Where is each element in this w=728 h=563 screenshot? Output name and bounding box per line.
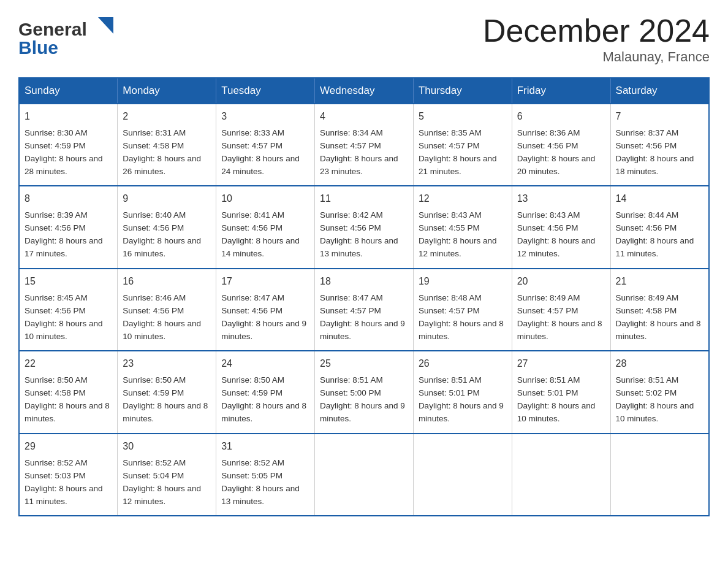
day-header-wednesday: Wednesday [315,78,414,104]
calendar-header: SundayMondayTuesdayWednesdayThursdayFrid… [19,78,709,104]
location-title: Malaunay, France [483,49,710,65]
calendar-cell: 6Sunrise: 8:36 AMSunset: 4:56 PMDaylight… [512,104,610,186]
calendar-cell: 18Sunrise: 8:47 AMSunset: 4:57 PMDayligh… [315,269,414,351]
day-info: Sunrise: 8:49 AMSunset: 4:58 PMDaylight:… [616,292,703,343]
day-info: Sunrise: 8:44 AMSunset: 4:56 PMDaylight:… [616,209,703,261]
calendar-cell: 27Sunrise: 8:51 AMSunset: 5:01 PMDayligh… [512,351,610,433]
day-number: 20 [517,274,605,289]
calendar-cell: 5Sunrise: 8:35 AMSunset: 4:57 PMDaylight… [413,104,512,186]
day-info: Sunrise: 8:37 AMSunset: 4:56 PMDaylight:… [616,127,703,178]
calendar-cell: 2Sunrise: 8:31 AMSunset: 4:58 PMDaylight… [118,104,216,186]
day-info: Sunrise: 8:51 AMSunset: 5:02 PMDaylight:… [616,374,703,426]
svg-text:General: General [18,19,87,39]
day-number: 23 [123,356,211,372]
calendar-body: 1Sunrise: 8:30 AMSunset: 4:59 PMDaylight… [19,104,709,516]
logo-svg: General Blue [18,12,113,58]
day-info: Sunrise: 8:52 AMSunset: 5:04 PMDaylight:… [123,457,211,508]
day-header-monday: Monday [118,78,216,104]
calendar-cell: 31Sunrise: 8:52 AMSunset: 5:05 PMDayligh… [216,434,315,516]
calendar-cell [315,434,414,516]
day-info: Sunrise: 8:42 AMSunset: 4:56 PMDaylight:… [320,209,408,261]
page-header: General Blue December 2024 Malaunay, Fra… [18,12,710,65]
svg-text:Blue: Blue [18,37,58,58]
calendar-cell: 22Sunrise: 8:50 AMSunset: 4:58 PMDayligh… [19,351,118,433]
day-number: 30 [123,439,211,454]
days-of-week-row: SundayMondayTuesdayWednesdayThursdayFrid… [19,78,709,104]
day-number: 12 [419,191,507,207]
calendar-cell [512,434,610,516]
day-number: 15 [25,274,112,289]
week-row-1: 1Sunrise: 8:30 AMSunset: 4:59 PMDaylight… [19,104,709,186]
day-header-saturday: Saturday [610,78,709,104]
day-info: Sunrise: 8:51 AMSunset: 5:01 PMDaylight:… [419,374,507,426]
day-number: 21 [616,274,703,289]
day-info: Sunrise: 8:35 AMSunset: 4:57 PMDaylight:… [419,127,507,178]
day-info: Sunrise: 8:51 AMSunset: 5:01 PMDaylight:… [517,374,605,426]
day-info: Sunrise: 8:47 AMSunset: 4:56 PMDaylight:… [221,292,309,343]
day-info: Sunrise: 8:50 AMSunset: 4:59 PMDaylight:… [123,374,211,426]
day-number: 5 [419,109,507,124]
day-info: Sunrise: 8:49 AMSunset: 4:57 PMDaylight:… [517,292,605,343]
day-number: 26 [419,356,507,372]
week-row-4: 22Sunrise: 8:50 AMSunset: 4:58 PMDayligh… [19,351,709,433]
calendar-cell: 3Sunrise: 8:33 AMSunset: 4:57 PMDaylight… [216,104,315,186]
day-info: Sunrise: 8:47 AMSunset: 4:57 PMDaylight:… [320,292,408,343]
calendar-cell: 4Sunrise: 8:34 AMSunset: 4:57 PMDaylight… [315,104,414,186]
day-header-sunday: Sunday [19,78,118,104]
calendar-cell: 15Sunrise: 8:45 AMSunset: 4:56 PMDayligh… [19,269,118,351]
day-info: Sunrise: 8:43 AMSunset: 4:56 PMDaylight:… [517,209,605,261]
calendar-cell: 19Sunrise: 8:48 AMSunset: 4:57 PMDayligh… [413,269,512,351]
day-number: 8 [25,191,112,207]
day-info: Sunrise: 8:31 AMSunset: 4:58 PMDaylight:… [123,127,211,178]
calendar-cell: 14Sunrise: 8:44 AMSunset: 4:56 PMDayligh… [610,186,709,268]
day-info: Sunrise: 8:52 AMSunset: 5:05 PMDaylight:… [221,457,309,508]
day-info: Sunrise: 8:41 AMSunset: 4:56 PMDaylight:… [221,209,309,261]
week-row-2: 8Sunrise: 8:39 AMSunset: 4:56 PMDaylight… [19,186,709,268]
calendar-cell: 13Sunrise: 8:43 AMSunset: 4:56 PMDayligh… [512,186,610,268]
day-header-tuesday: Tuesday [216,78,315,104]
calendar-cell [413,434,512,516]
day-number: 18 [320,274,408,289]
calendar-cell: 25Sunrise: 8:51 AMSunset: 5:00 PMDayligh… [315,351,414,433]
day-number: 14 [616,191,703,207]
calendar-cell: 16Sunrise: 8:46 AMSunset: 4:56 PMDayligh… [118,269,216,351]
calendar-table: SundayMondayTuesdayWednesdayThursdayFrid… [18,77,710,516]
calendar-cell: 1Sunrise: 8:30 AMSunset: 4:59 PMDaylight… [19,104,118,186]
day-info: Sunrise: 8:30 AMSunset: 4:59 PMDaylight:… [25,127,112,178]
day-info: Sunrise: 8:52 AMSunset: 5:03 PMDaylight:… [25,457,112,508]
calendar-cell: 28Sunrise: 8:51 AMSunset: 5:02 PMDayligh… [610,351,709,433]
day-info: Sunrise: 8:50 AMSunset: 4:59 PMDaylight:… [221,374,309,426]
day-number: 2 [123,109,211,124]
day-number: 1 [25,109,112,124]
day-number: 3 [221,109,309,124]
day-info: Sunrise: 8:40 AMSunset: 4:56 PMDaylight:… [123,209,211,261]
day-number: 7 [616,109,703,124]
calendar-cell: 20Sunrise: 8:49 AMSunset: 4:57 PMDayligh… [512,269,610,351]
calendar-cell: 21Sunrise: 8:49 AMSunset: 4:58 PMDayligh… [610,269,709,351]
day-number: 10 [221,191,309,207]
day-info: Sunrise: 8:45 AMSunset: 4:56 PMDaylight:… [25,292,112,343]
day-number: 9 [123,191,211,207]
calendar-cell: 30Sunrise: 8:52 AMSunset: 5:04 PMDayligh… [118,434,216,516]
day-info: Sunrise: 8:43 AMSunset: 4:55 PMDaylight:… [419,209,507,261]
day-info: Sunrise: 8:39 AMSunset: 4:56 PMDaylight:… [25,209,112,261]
calendar-cell: 7Sunrise: 8:37 AMSunset: 4:56 PMDaylight… [610,104,709,186]
calendar-cell: 10Sunrise: 8:41 AMSunset: 4:56 PMDayligh… [216,186,315,268]
day-info: Sunrise: 8:33 AMSunset: 4:57 PMDaylight:… [221,127,309,178]
day-info: Sunrise: 8:34 AMSunset: 4:57 PMDaylight:… [320,127,408,178]
calendar-cell: 23Sunrise: 8:50 AMSunset: 4:59 PMDayligh… [118,351,216,433]
day-info: Sunrise: 8:50 AMSunset: 4:58 PMDaylight:… [25,374,112,426]
day-number: 28 [616,356,703,372]
week-row-3: 15Sunrise: 8:45 AMSunset: 4:56 PMDayligh… [19,269,709,351]
calendar-cell: 8Sunrise: 8:39 AMSunset: 4:56 PMDaylight… [19,186,118,268]
calendar-cell: 9Sunrise: 8:40 AMSunset: 4:56 PMDaylight… [118,186,216,268]
calendar-cell: 17Sunrise: 8:47 AMSunset: 4:56 PMDayligh… [216,269,315,351]
day-number: 22 [25,356,112,372]
calendar-cell: 26Sunrise: 8:51 AMSunset: 5:01 PMDayligh… [413,351,512,433]
calendar-cell: 24Sunrise: 8:50 AMSunset: 4:59 PMDayligh… [216,351,315,433]
day-info: Sunrise: 8:51 AMSunset: 5:00 PMDaylight:… [320,374,408,426]
calendar-cell: 29Sunrise: 8:52 AMSunset: 5:03 PMDayligh… [19,434,118,516]
day-number: 24 [221,356,309,372]
day-header-thursday: Thursday [413,78,512,104]
day-info: Sunrise: 8:48 AMSunset: 4:57 PMDaylight:… [419,292,507,343]
